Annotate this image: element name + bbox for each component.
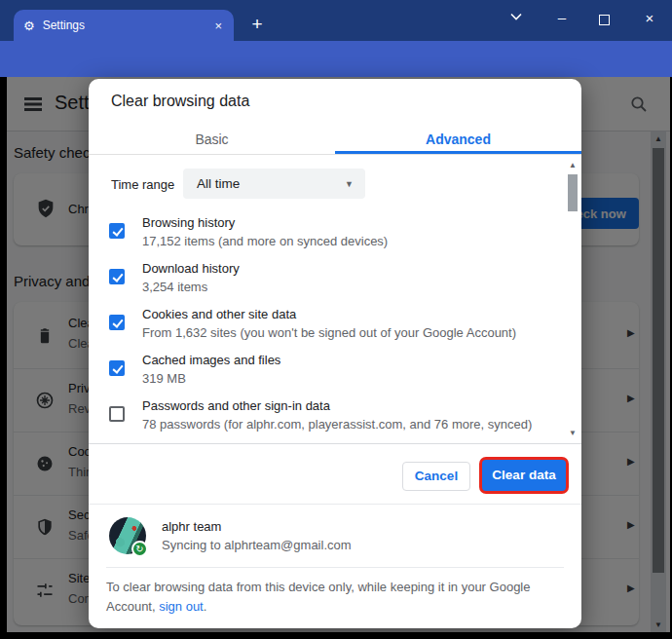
item-label: Browsing history (142, 215, 235, 230)
scrollbar-thumb[interactable] (568, 174, 578, 211)
item-detail: 319 MB (142, 371, 556, 386)
new-tab-button[interactable]: + (245, 14, 269, 35)
checkbox-0[interactable] (109, 223, 125, 239)
divider (106, 567, 564, 568)
browser-tab-settings[interactable]: ⚙ Settings × (14, 10, 234, 41)
scroll-down-icon[interactable]: ▼ (567, 429, 579, 437)
time-range-label: Time range (111, 177, 174, 192)
dialog-title: Clear browsing data (111, 93, 249, 110)
item-detail: 78 passwords (for alphr.com, playerassis… (142, 417, 556, 432)
tab-basic[interactable]: Basic (89, 126, 335, 153)
browser-window: ⚙ Settings × + – × ← → ↻ ⌂ Chrome chrome… (0, 0, 672, 639)
window-minimize-button[interactable]: – (553, 9, 571, 25)
window-maximize-button[interactable] (599, 15, 610, 25)
sync-badge-icon: ↻ (131, 541, 148, 557)
tab-advanced[interactable]: Advanced (335, 126, 581, 153)
account-sync-status: Syncing to alphrteam@gmail.com (162, 538, 352, 552)
item-detail: 17,152 items (and more on synced devices… (142, 234, 556, 248)
clear-data-button[interactable]: Clear data (482, 460, 566, 491)
window-close-button[interactable]: × (641, 10, 658, 26)
time-range-select[interactable]: All time ▼ (183, 169, 365, 199)
item-label: Cookies and other site data (142, 307, 296, 321)
cancel-button[interactable]: Cancel (402, 462, 470, 491)
window-chevron-icon[interactable] (510, 13, 522, 20)
checkbox-3[interactable] (109, 360, 125, 376)
browser-toolbar: ← → ↻ ⌂ Chrome chrome://settings/clearBr… (0, 41, 672, 77)
checkbox-4[interactable] (109, 406, 125, 422)
dialog-scroll-area: Time range All time ▼ Browsing history 1… (89, 155, 581, 443)
item-label: Cached images and files (142, 353, 280, 367)
account-name: alphr team (162, 519, 221, 534)
divider (89, 443, 581, 444)
item-detail: From 1,632 sites (you won't be signed ou… (142, 325, 556, 340)
checkbox-1[interactable] (109, 269, 125, 284)
gear-icon: ⚙ (23, 19, 35, 32)
dialog-footer-text: To clear browsing data from this device … (106, 578, 541, 617)
item-detail: 3,254 items (142, 280, 556, 294)
checkbox-2[interactable] (109, 315, 125, 330)
dropdown-caret-icon: ▼ (345, 179, 354, 189)
tab-title: Settings (43, 19, 213, 32)
tab-close-icon[interactable]: × (212, 19, 224, 33)
item-label: Passwords and other sign-in data (142, 398, 330, 413)
window-edge-left (0, 77, 7, 639)
window-edge-bottom (0, 632, 672, 639)
item-label: Download history (142, 261, 240, 276)
time-range-value: All time (197, 176, 240, 191)
scroll-up-icon[interactable]: ▲ (567, 161, 579, 169)
clear-browsing-data-dialog: Clear browsing data Basic Advanced Time … (89, 79, 581, 628)
dialog-scrollbar[interactable]: ▲ ▼ (567, 159, 579, 439)
title-bar: ⚙ Settings × + – × (0, 0, 672, 41)
footer-period: . (204, 599, 207, 614)
divider (89, 504, 581, 505)
sign-out-link[interactable]: sign out (159, 599, 204, 614)
